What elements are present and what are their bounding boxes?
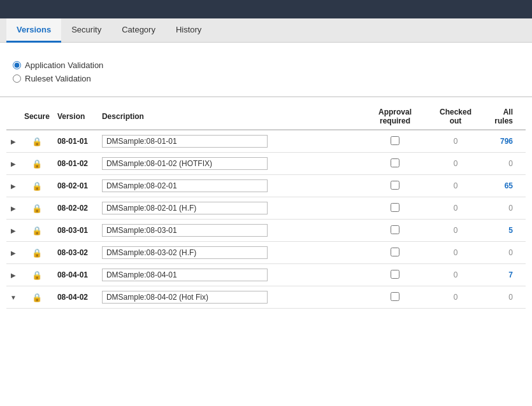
table-row: ▶ 🔒 08-02-01 0 65 <box>6 175 526 197</box>
allrules-cell: 0 <box>481 286 526 309</box>
tab-bar: Versions Security Category History <box>0 18 532 43</box>
allrules-cell: 7 <box>481 264 526 286</box>
allrules-value[interactable]: 5 <box>508 226 513 235</box>
table-row: ▶ 🔒 08-03-02 0 0 <box>6 242 526 264</box>
expand-cell[interactable]: ▶ <box>6 175 20 197</box>
app-validation-radio[interactable] <box>13 61 21 69</box>
description-input[interactable] <box>102 291 268 304</box>
lock-cell: 🔒 <box>20 242 54 264</box>
approval-checkbox[interactable] <box>391 292 399 301</box>
tab-security[interactable]: Security <box>61 18 111 43</box>
approval-cell <box>360 130 430 153</box>
lock-cell: 🔒 <box>20 153 54 175</box>
approval-cell <box>360 197 430 220</box>
allrules-value: 0 <box>508 204 513 213</box>
allrules-cell: 5 <box>481 220 526 242</box>
version-cell: 08-02-02 <box>54 197 98 220</box>
description-cell <box>98 264 360 286</box>
validation-section: Application Validation Ruleset Validatio… <box>0 43 532 97</box>
description-input[interactable] <box>102 246 268 259</box>
ruleset-validation-label: Ruleset Validation <box>25 74 91 83</box>
description-cell <box>98 153 360 175</box>
lock-icon: 🔒 <box>32 159 42 169</box>
app-validation-option: Application Validation <box>13 60 519 70</box>
allrules-value[interactable]: 65 <box>505 181 513 190</box>
table-row: ▼ 🔒 08-04-02 0 0 <box>6 286 526 309</box>
description-input[interactable] <box>102 157 268 170</box>
tab-history[interactable]: History <box>166 18 212 43</box>
lock-cell: 🔒 <box>20 264 54 286</box>
approval-checkbox[interactable] <box>391 248 399 256</box>
tab-category[interactable]: Category <box>111 18 166 43</box>
version-cell: 08-03-02 <box>54 242 98 264</box>
version-cell: 08-04-01 <box>54 264 98 286</box>
approval-cell <box>360 286 430 309</box>
expand-cell[interactable]: ▶ <box>6 197 20 220</box>
lock-icon: 🔒 <box>32 226 42 235</box>
checkedout-cell: 0 <box>430 130 481 153</box>
expand-cell[interactable]: ▶ <box>6 220 20 242</box>
expand-right-icon[interactable]: ▶ <box>11 138 16 145</box>
approval-checkbox[interactable] <box>391 203 399 212</box>
description-input[interactable] <box>102 224 268 237</box>
ruleset-validation-option: Ruleset Validation <box>13 74 519 83</box>
allrules-cell: 0 <box>481 197 526 220</box>
app-validation-label: Application Validation <box>25 60 103 70</box>
expand-cell[interactable]: ▶ <box>6 153 20 175</box>
col-secure-header: Secure <box>20 102 54 130</box>
expand-down-icon[interactable]: ▼ <box>10 294 17 301</box>
expand-cell[interactable]: ▼ <box>6 286 20 309</box>
allrules-value: 0 <box>508 293 513 302</box>
allrules-value[interactable]: 7 <box>508 270 513 279</box>
approval-cell <box>360 242 430 264</box>
expand-right-icon[interactable]: ▶ <box>11 183 16 190</box>
description-input[interactable] <box>102 202 268 214</box>
expand-cell[interactable]: ▶ <box>6 264 20 286</box>
lock-cell: 🔒 <box>20 286 54 309</box>
content-area: Application Validation Ruleset Validatio… <box>0 43 532 309</box>
lock-icon: 🔒 <box>32 248 42 258</box>
checkedout-cell: 0 <box>430 264 481 286</box>
header-id <box>9 6 523 15</box>
ruleset-validation-radio[interactable] <box>13 74 21 83</box>
header <box>0 0 532 18</box>
expand-cell[interactable]: ▶ <box>6 242 20 264</box>
lock-cell: 🔒 <box>20 220 54 242</box>
col-version-header: Version <box>54 102 98 130</box>
expand-right-icon[interactable]: ▶ <box>11 249 16 256</box>
allrules-value[interactable]: 796 <box>500 137 513 146</box>
col-allrules-header: All rules <box>481 102 526 130</box>
description-cell <box>98 242 360 264</box>
description-cell <box>98 197 360 220</box>
approval-cell <box>360 175 430 197</box>
expand-cell[interactable]: ▶ <box>6 130 20 153</box>
version-cell: 08-04-02 <box>54 286 98 309</box>
approval-checkbox[interactable] <box>391 158 399 167</box>
description-input[interactable] <box>102 135 268 148</box>
expand-right-icon[interactable]: ▶ <box>11 227 16 234</box>
lock-cell: 🔒 <box>20 130 54 153</box>
expand-right-icon[interactable]: ▶ <box>11 160 16 167</box>
description-input[interactable] <box>102 179 268 192</box>
lock-icon: 🔒 <box>32 270 42 280</box>
expand-right-icon[interactable]: ▶ <box>11 205 16 212</box>
table-section: Secure Version Description Approval requ… <box>0 102 532 309</box>
approval-checkbox[interactable] <box>391 270 399 279</box>
approval-checkbox[interactable] <box>391 225 399 234</box>
approval-checkbox[interactable] <box>391 181 399 190</box>
checkedout-cell: 0 <box>430 220 481 242</box>
table-row: ▶ 🔒 08-02-02 0 0 <box>6 197 526 220</box>
lock-icon: 🔒 <box>32 137 42 146</box>
expand-right-icon[interactable]: ▶ <box>11 272 16 279</box>
lock-cell: 🔒 <box>20 197 54 220</box>
col-description-header: Description <box>98 102 360 130</box>
tab-versions[interactable]: Versions <box>6 18 61 43</box>
approval-checkbox[interactable] <box>391 136 399 145</box>
version-cell: 08-02-01 <box>54 175 98 197</box>
approval-cell <box>360 220 430 242</box>
versions-table: Secure Version Description Approval requ… <box>6 102 526 309</box>
allrules-cell: 65 <box>481 175 526 197</box>
approval-cell <box>360 153 430 175</box>
checkedout-cell: 0 <box>430 197 481 220</box>
description-input[interactable] <box>102 269 268 281</box>
